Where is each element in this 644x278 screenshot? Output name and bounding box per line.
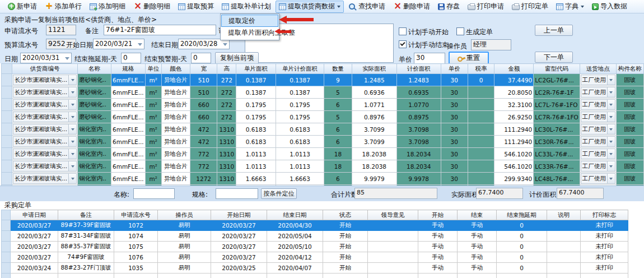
dropdown-arrow-icon[interactable] bbox=[581, 6, 584, 8]
date-select[interactable]: 2020/03/31 bbox=[20, 53, 72, 63]
combo-dropdown-button[interactable] bbox=[607, 174, 615, 183]
generate-order-checkbox[interactable] bbox=[456, 27, 464, 35]
combo-dropdown-button[interactable] bbox=[68, 75, 76, 85]
toolbar-button-1[interactable]: 添加单行 bbox=[41, 1, 85, 13]
table-row[interactable]: 长沙市潇湘玻璃实...磨砂钢化..6mmFLE...m²异地合片6602720.… bbox=[2, 99, 644, 111]
combo-dropdown-button[interactable] bbox=[607, 112, 615, 122]
operator-field[interactable]: 经理 bbox=[471, 39, 511, 50]
column-header[interactable]: 高 bbox=[217, 64, 236, 74]
toolbar-button-13[interactable]: 导入数据 bbox=[589, 1, 631, 13]
unit-price-field[interactable]: 30 bbox=[414, 53, 445, 64]
combo-dropdown-button[interactable] bbox=[68, 87, 76, 97]
combo-dropdown-button[interactable] bbox=[607, 75, 615, 85]
column-header[interactable]: 实际面积 bbox=[352, 64, 396, 74]
column-header[interactable]: 领导意见 bbox=[368, 210, 418, 220]
next-order-button[interactable]: 下一单 bbox=[535, 52, 573, 63]
combo-dropdown-button[interactable] bbox=[68, 112, 76, 122]
order-row[interactable]: 2020/03/2788#35-37F窗固玻1075易明2020/03/2720… bbox=[2, 242, 628, 252]
column-header[interactable]: 供货商编号 bbox=[12, 64, 78, 74]
column-header[interactable]: 申请日期 bbox=[11, 210, 58, 220]
menu-item-1[interactable]: 提取单片面积向上取整 bbox=[221, 27, 278, 39]
toolbar-button-4[interactable]: 提取预算 bbox=[175, 1, 217, 13]
manual-end-checkbox[interactable] bbox=[399, 40, 407, 48]
reset-button[interactable]: 重置 bbox=[449, 52, 489, 64]
combo-dropdown-button[interactable] bbox=[607, 137, 615, 146]
toolbar-button-12[interactable]: 字典 bbox=[553, 1, 587, 13]
column-header[interactable]: 打印标志 bbox=[581, 210, 628, 220]
prev-order-button[interactable]: 上一单 bbox=[535, 25, 573, 36]
combo-dropdown-button[interactable] bbox=[607, 149, 615, 159]
column-header[interactable]: 申请流水号 bbox=[114, 210, 158, 220]
column-header[interactable]: 送货地点 bbox=[580, 64, 616, 74]
combo-dropdown-button[interactable] bbox=[68, 137, 76, 146]
table-row[interactable]: 长沙市潇湘玻璃实...钢化室内..6mmFLE...m²异地合片47213100… bbox=[2, 136, 644, 148]
toolbar-button-0[interactable]: 新申请 bbox=[4, 1, 40, 13]
column-header[interactable]: 说明 bbox=[547, 210, 581, 220]
toolbar-button-6[interactable]: 提取供货商数据 bbox=[276, 1, 344, 13]
column-header[interactable]: 备注 bbox=[58, 210, 114, 220]
table-row[interactable]: 长沙市潇湘玻璃实...磨砂钢化..6mmFLE...m²异地合片6602720.… bbox=[2, 111, 644, 123]
column-header[interactable]: 宽 bbox=[190, 64, 217, 74]
column-header[interactable]: 单位 bbox=[145, 64, 161, 74]
toolbar-button-9[interactable]: 存盘 bbox=[435, 1, 463, 13]
end-delay-field[interactable]: 0 bbox=[121, 53, 141, 63]
combo-dropdown-button[interactable] bbox=[607, 100, 615, 109]
filter-spec-input[interactable] bbox=[216, 188, 258, 199]
column-header[interactable]: 单片面积 bbox=[236, 64, 276, 74]
table-row[interactable]: 长沙市潇湘玻璃实...钢化室内..6mmFLE...m²异地合片77213101… bbox=[2, 160, 644, 173]
remark-field[interactable]: 76#1-2F窗固玻 bbox=[104, 25, 216, 35]
toolbar-button-3[interactable]: 删除明细 bbox=[130, 1, 174, 13]
column-header[interactable]: 名称 bbox=[78, 64, 111, 74]
toolbar-button-5[interactable]: 提取补单计划 bbox=[218, 1, 274, 13]
column-header[interactable]: 窗型代码 bbox=[534, 64, 580, 74]
combo-dropdown-button[interactable] bbox=[68, 124, 76, 134]
column-header[interactable]: 结束日期 bbox=[267, 210, 323, 220]
column-header[interactable]: 税率 bbox=[468, 64, 494, 74]
manual-start-checkbox[interactable] bbox=[399, 27, 407, 35]
dropdown-arrow-icon[interactable] bbox=[337, 6, 340, 8]
column-header[interactable]: 规格 bbox=[111, 64, 145, 74]
table-row[interactable]: 长沙市潇湘玻璃实...钢化室内..6mmFLE...m²异地合片12721310… bbox=[2, 173, 644, 185]
column-header[interactable]: 状态 bbox=[323, 210, 368, 220]
request-no-field[interactable]: 1121 bbox=[46, 25, 76, 35]
menu-item-0[interactable]: 提取定价 bbox=[221, 15, 278, 27]
column-header[interactable]: 单价 bbox=[441, 64, 468, 74]
end-warn-field[interactable]: 0 bbox=[191, 53, 211, 63]
column-header[interactable]: 单片计价面积 bbox=[276, 64, 324, 74]
cell: 1.0113 bbox=[276, 160, 324, 173]
order-row[interactable]: 2020/03/2488#23-27F门顶玻1035易明2020/03/2520… bbox=[2, 263, 628, 274]
toolbar-button-8[interactable]: 删除申请 bbox=[390, 1, 433, 13]
order-row[interactable]: 2020/03/2774#9F窗固玻1076易明2020/03/272020/0… bbox=[2, 252, 628, 263]
combo-dropdown-button[interactable] bbox=[607, 87, 615, 97]
copy-current-button[interactable]: 复制当前项 bbox=[215, 52, 259, 64]
column-header[interactable]: 计价面积 bbox=[396, 64, 441, 74]
column-header[interactable]: 颜色 bbox=[161, 64, 190, 74]
toolbar-button-2[interactable]: 添加明细 bbox=[86, 1, 129, 13]
toolbar-button-7[interactable]: 查找申请 bbox=[345, 1, 389, 13]
filter-name-input[interactable] bbox=[133, 188, 175, 199]
start-date-select[interactable]: 2020/03/21 bbox=[93, 39, 144, 49]
table-row[interactable]: 长沙市潇湘玻璃实...磨砂钢化..6mmFLE...m²异地合片5102720.… bbox=[2, 74, 644, 86]
table-row[interactable]: 长沙市潇湘玻璃实...磨砂钢化..6mmFLE...m²异地合片5102720.… bbox=[2, 86, 644, 99]
column-header[interactable]: 开始 bbox=[418, 210, 458, 220]
column-header[interactable]: 金额 bbox=[494, 64, 534, 74]
toolbar-button-11[interactable]: 打印定单 bbox=[508, 1, 552, 13]
table-row[interactable]: 长沙市潇湘玻璃实...钢化室内..6mmFLE...m²异地合片77213101… bbox=[2, 148, 644, 160]
order-row[interactable]: 2020/03/2789#37-39F窗固玻1072易明2020/03/2720… bbox=[2, 220, 628, 231]
column-header[interactable]: 开始日期 bbox=[211, 210, 267, 220]
order-row[interactable]: 2020/03/2787#31-34F窗固玻1074易明2020/03/2720… bbox=[2, 231, 628, 242]
combo-dropdown-button[interactable] bbox=[607, 161, 615, 171]
column-header[interactable]: 构件名称 bbox=[616, 64, 643, 74]
combo-dropdown-button[interactable] bbox=[68, 161, 76, 171]
column-header[interactable]: 数量 bbox=[324, 64, 352, 74]
table-row[interactable]: 长沙市潇湘玻璃实...钢化室内..6mmFLE...m²异地合片47213100… bbox=[2, 123, 644, 136]
combo-dropdown-button[interactable] bbox=[68, 174, 76, 183]
locate-by-condition-button[interactable]: 按条件定位 bbox=[261, 188, 297, 199]
column-header[interactable]: 结束 bbox=[458, 210, 497, 220]
column-header[interactable]: 操作员 bbox=[158, 210, 211, 220]
combo-dropdown-button[interactable] bbox=[607, 124, 615, 134]
combo-dropdown-button[interactable] bbox=[68, 149, 76, 159]
combo-dropdown-button[interactable] bbox=[68, 100, 76, 109]
toolbar-button-10[interactable]: 打印申请 bbox=[464, 1, 507, 13]
column-header[interactable]: 结束拖延期 bbox=[497, 210, 547, 220]
